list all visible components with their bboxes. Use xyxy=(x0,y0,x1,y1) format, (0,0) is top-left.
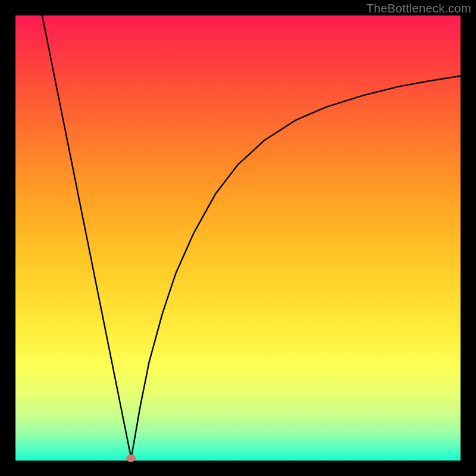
curve-svg xyxy=(15,15,461,461)
watermark-text: TheBottleneck.com xyxy=(367,2,471,15)
bottleneck-curve-right xyxy=(131,76,461,459)
optimal-point-marker xyxy=(126,455,136,462)
bottleneck-curve-left xyxy=(42,15,131,458)
chart-frame: TheBottleneck.com xyxy=(0,0,476,476)
plot-area xyxy=(15,15,461,461)
